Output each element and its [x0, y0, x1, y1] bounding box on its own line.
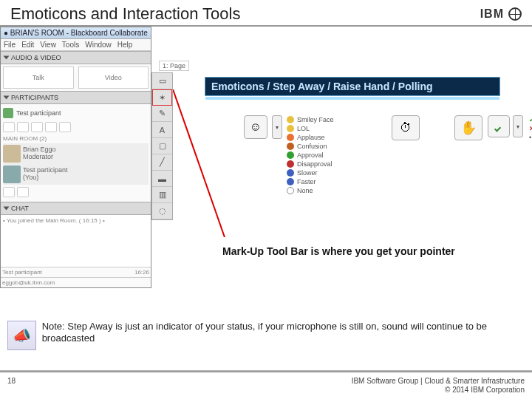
- menu-window[interactable]: Window: [85, 41, 112, 49]
- list-item[interactable]: •None: [529, 133, 532, 142]
- tool-icon[interactable]: [17, 187, 29, 197]
- participant-row: Test participant: [3, 106, 149, 120]
- ibm-logo: IBM: [480, 7, 504, 21]
- banner-label: Emoticons / Step Away / Raise Hand / Pol…: [205, 77, 500, 96]
- footer-divider: [0, 370, 532, 372]
- list-item[interactable]: ✕No: [529, 124, 532, 133]
- faster-icon: [287, 178, 294, 185]
- markup-note: Mark-Up Tool Bar is where you get your p…: [222, 245, 455, 257]
- markup-toolbar: ▭ ✶ ✎ A ▢ ╱ ▬ ▥ ◌: [151, 72, 173, 220]
- slower-icon: [287, 169, 294, 177]
- no-icon: ✕: [529, 125, 532, 132]
- list-item[interactable]: Faster: [287, 177, 334, 186]
- list-item[interactable]: Slower: [287, 168, 334, 177]
- footer: 18 IBM Software Group | Cloud & Smarter …: [7, 377, 525, 395]
- svg-line-0: [173, 89, 225, 237]
- note-text: Note: Step Away is just an indicator of …: [42, 321, 525, 345]
- page-title: Emoticons and Interaction Tools: [10, 4, 240, 24]
- lol-icon: [287, 125, 294, 132]
- menu-edit[interactable]: Edit: [21, 41, 34, 49]
- collaborate-window: ● BRIAN'S ROOM - Blackboard Collaborate …: [0, 27, 151, 288]
- tool-icon[interactable]: [31, 122, 43, 132]
- tool-icon[interactable]: [17, 122, 29, 132]
- tool-rect-icon[interactable]: ▢: [152, 138, 172, 154]
- self-info: Test participant (You): [23, 167, 68, 182]
- title-bar: Emoticons and Interaction Tools IBM: [0, 0, 532, 27]
- menu-view[interactable]: View: [40, 41, 56, 49]
- menubar[interactable]: File Edit View Tools Window Help: [1, 39, 151, 51]
- avatar-icon: [3, 108, 13, 118]
- participant-name: Test participant: [16, 109, 61, 117]
- emoticon-list: Smiley Face LOL Applause Confusion Appro…: [287, 115, 334, 195]
- chat-body: • You joined the Main Room. ( 16:15 ) •: [1, 215, 151, 267]
- audio-video-header[interactable]: AUDIO & VIDEO: [1, 51, 151, 64]
- self-row: Test participant (You): [3, 164, 149, 185]
- participants-panel: Test participant MAIN ROOM (2) Brian Egg…: [1, 104, 151, 202]
- list-item[interactable]: Approval: [287, 151, 334, 160]
- list-item[interactable]: Confusion: [287, 142, 334, 151]
- annotation-area: 1: Page ▭ ✶ ✎ A ▢ ╱ ▬ ▥ ◌ Emoticons / St…: [151, 27, 532, 288]
- disapproval-icon: [287, 160, 294, 168]
- list-item[interactable]: Smiley Face: [287, 115, 334, 124]
- tool-icon[interactable]: [3, 122, 15, 132]
- tool-highlight-icon[interactable]: ▬: [152, 171, 172, 187]
- menu-help[interactable]: Help: [117, 41, 133, 49]
- list-item[interactable]: ✓Yes: [529, 115, 532, 124]
- content: ● BRIAN'S ROOM - Blackboard Collaborate …: [0, 27, 532, 288]
- window-title: ● BRIAN'S ROOM - Blackboard Collaborate: [1, 27, 151, 39]
- emoticon-button[interactable]: ☺: [244, 115, 267, 139]
- footer-credits: IBM Software Group | Cloud & Smarter Inf…: [352, 377, 525, 395]
- talk-button[interactable]: Talk: [3, 66, 74, 89]
- poll-list: ✓Yes ✕No •None: [529, 115, 532, 142]
- tool-image-icon[interactable]: ▥: [152, 187, 172, 203]
- tool-icon[interactable]: [45, 122, 57, 132]
- panel-tools: [3, 187, 149, 197]
- list-item[interactable]: Applause: [287, 133, 334, 142]
- applause-icon: [287, 134, 294, 141]
- tool-icon[interactable]: [3, 187, 15, 197]
- poll-button[interactable]: [488, 115, 510, 137]
- chat-system-msg: • You joined the Main Room. ( 16:15 ) •: [3, 217, 149, 224]
- tool-icon[interactable]: [59, 122, 71, 132]
- check-icon: [494, 122, 503, 131]
- poll-dropdown[interactable]: ▾: [513, 115, 523, 137]
- none-icon: •: [529, 134, 531, 141]
- tool-pointer-icon[interactable]: ✶: [152, 89, 172, 106]
- none-icon: [287, 187, 294, 194]
- slide: Emoticons and Interaction Tools IBM ● BR…: [0, 0, 532, 399]
- tool-select-icon[interactable]: ▭: [152, 73, 172, 89]
- tool-text-icon[interactable]: A: [152, 122, 172, 138]
- participant-tools: [3, 122, 149, 132]
- menu-file[interactable]: File: [4, 41, 16, 49]
- list-item[interactable]: LOL: [287, 124, 334, 133]
- moderator-info: Brian Eggo Moderator: [23, 146, 56, 161]
- tool-line-icon[interactable]: ╱: [152, 154, 172, 171]
- stepaway-button[interactable]: ⏱: [392, 115, 420, 140]
- chat-sender: Test participant: [2, 269, 42, 276]
- chat-header[interactable]: CHAT: [1, 202, 151, 215]
- emoticon-dropdown[interactable]: ▾: [272, 115, 282, 139]
- menu-tools[interactable]: Tools: [62, 41, 79, 49]
- page-label: 1: Page: [159, 61, 189, 71]
- moderator-row: Brian Eggo Moderator: [3, 143, 149, 164]
- video-button[interactable]: Video: [78, 66, 149, 89]
- note-row: 📣 Note: Step Away is just an indicator o…: [7, 321, 525, 350]
- participants-header[interactable]: PARTICIPANTS: [1, 91, 151, 104]
- chat-input-row: Test participant 16:26: [1, 267, 151, 277]
- smiley-icon: [287, 116, 294, 123]
- list-item[interactable]: None: [287, 186, 334, 195]
- tool-clear-icon[interactable]: ◌: [152, 203, 172, 219]
- confusion-icon: [287, 143, 294, 150]
- tool-pencil-icon[interactable]: ✎: [152, 106, 172, 122]
- emoticon-group: ☺ ▾ Smiley Face LOL Applause Confusion A…: [244, 115, 334, 195]
- chat-time: 16:26: [134, 269, 149, 276]
- logo-area: IBM: [480, 7, 522, 21]
- raise-hand-button[interactable]: ✋: [454, 115, 482, 140]
- avatar-icon: [3, 166, 21, 183]
- list-item[interactable]: Disapproval: [287, 160, 334, 168]
- yes-icon: ✓: [529, 116, 532, 123]
- room-label: MAIN ROOM (2): [3, 135, 149, 142]
- chat-to-field[interactable]: eggob@uk.ibm.com: [1, 277, 151, 287]
- avatar-icon: [3, 145, 21, 163]
- approval-icon: [287, 151, 294, 159]
